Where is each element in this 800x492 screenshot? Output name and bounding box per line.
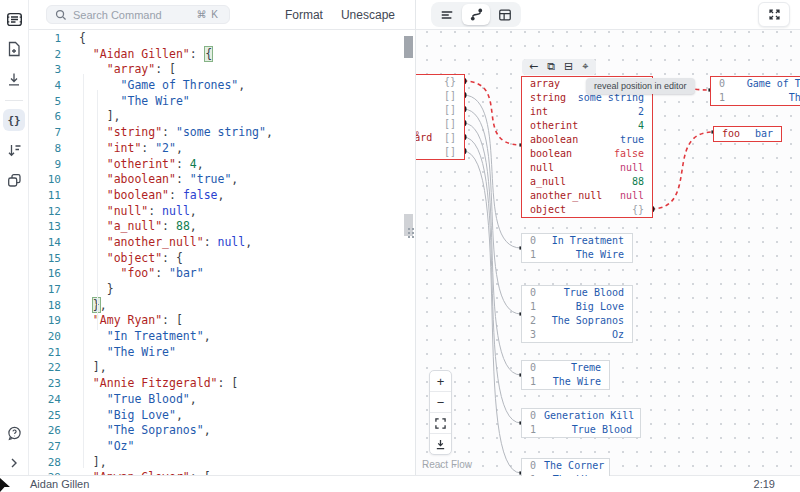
copy-icon[interactable]: ⧉ [547,59,555,75]
scrollbar-thumb[interactable] [404,36,413,58]
react-flow-attribution: React Flow [422,459,472,470]
code-line[interactable]: 26 "The Sopranos", [28,423,415,439]
code-line[interactable]: 1{ [28,31,415,47]
fullscreen-icon [768,8,781,21]
line-number: 5 [28,94,70,110]
code-line[interactable]: 5 "The Wire" [28,94,415,110]
graph-topbar [416,0,800,30]
table-view-button[interactable] [491,4,519,25]
code-line[interactable]: 18 }, [28,298,415,314]
code-line[interactable]: 20 "In Treatment", [28,329,415,345]
amy-ryan-array-node[interactable]: 0In Treatment1The Wire [521,233,633,263]
node-row: 0Generation Kill [522,409,640,423]
help-button[interactable] [3,422,25,444]
line-number: 11 [28,188,70,204]
code-line[interactable]: 11 "boolean": false, [28,188,415,204]
code-line[interactable]: 19 "Amy Ryan": [ [28,313,415,329]
node-row: 0Game of Thrones [711,77,800,91]
save-view-button[interactable] [430,434,451,454]
node-row: 2The Sopranos [522,314,632,328]
reveal-tooltip: reveal position in editor [586,78,695,94]
code-line[interactable]: 27 "Oz" [28,439,415,455]
code-line[interactable]: 10 "aboolean": "true", [28,172,415,188]
zoom-out-button[interactable]: − [430,392,451,413]
aidan-gillen-object-node[interactable]: array[]stringsome stringint2otherint4abo… [521,76,653,218]
code-line[interactable]: 14 "another_null": null, [28,235,415,251]
code-line[interactable]: 16 "foo": "bar" [28,266,415,282]
code-line[interactable]: 25 "Big Love", [28,408,415,424]
code-line[interactable]: 4 "Game of Thrones", [28,78,415,94]
line-number: 26 [28,423,70,439]
editor-scrollbar[interactable] [403,30,414,476]
node-row: a_null88 [522,175,652,189]
code-line[interactable]: 6 ], [28,109,415,125]
code-line[interactable]: 9 "otherint": 4, [28,157,415,173]
search-shortcut: ⌘ K [197,9,219,20]
line-number: 19 [28,313,70,329]
zoom-in-button[interactable]: + [430,371,451,392]
code-line[interactable]: 28 ], [28,455,415,471]
braces-icon: {} [7,114,20,127]
panel-splitter-handle[interactable] [407,227,415,239]
root-object-node[interactable]: Aidan Gillen{}Amy Ryan[]Annie Fitzgerald… [416,74,465,160]
collapse-node-icon[interactable]: ⊟ [564,59,573,75]
code-line[interactable]: 12 "null": null, [28,204,415,220]
annie-fitzgerald-array-node[interactable]: 0True Blood1Big Love2The Sopranos3Oz [521,285,633,343]
format-button[interactable]: Format [285,8,323,22]
code-line[interactable]: 21 "The Wire" [28,345,415,361]
code-line[interactable]: 8 "int": "2", [28,141,415,157]
node-row: 1Big Love [522,300,632,314]
node-row: Anwan Glover[] [416,117,464,131]
download-button[interactable] [3,68,25,90]
game-of-thrones-array-node[interactable]: 0Game of Thrones1The Wire [710,76,800,106]
json-path-breadcrumb: Aidan Gillen [30,478,89,490]
new-file-button[interactable] [3,38,25,60]
code-line[interactable]: 7 "string": "some string", [28,125,415,141]
alexander-skarsgard-array-node[interactable]: 0Generation Kill1True Blood [521,408,641,438]
line-number: 20 [28,329,70,345]
focus-node-icon[interactable]: ⌖ [582,59,588,75]
download-small-icon [435,439,446,450]
foo-bar-object-node[interactable]: foobar [713,126,782,142]
search-command-input[interactable]: Search Command ⌘ K [46,5,230,24]
collapse-sidebar-button[interactable] [3,452,25,474]
unescape-button[interactable]: Unescape [341,8,395,22]
fit-view-button[interactable] [430,413,451,434]
node-row: another_nullnull [522,189,652,203]
anwan-glover-array-node[interactable]: 0Treme1The Wire [521,360,610,390]
line-number: 23 [28,376,70,392]
search-icon [55,9,67,21]
status-bar: Aidan Gillen 2:19 [0,475,800,492]
app-logo-icon[interactable] [3,8,25,30]
alice-farmer-array-node[interactable]: 0The Corner1The Wire [521,458,610,476]
fullscreen-button[interactable] [758,2,790,27]
code-line[interactable]: 3 "array": [ [28,62,415,78]
tree-view-button[interactable] [433,4,461,25]
code-text: "array": [ [70,62,176,78]
graph-view-button[interactable] [462,4,490,25]
code-line[interactable]: 15 "object": { [28,251,415,267]
code-line[interactable]: 22 ], [28,360,415,376]
node-row: Alexander Skarsgård[] [416,131,464,145]
list-icon [440,8,454,22]
duplicate-button[interactable] [3,169,25,191]
code-text: "Big Love", [70,408,183,424]
code-text: "otherint": 4, [70,157,204,173]
editor-body[interactable]: 1{2 "Aidan Gillen": {3 "array": [4 "Game… [28,30,415,476]
code-line[interactable]: 17 } [28,282,415,298]
code-line[interactable]: 23 "Annie Fitzgerald": [ [28,376,415,392]
node-row: 1The Wire [522,248,632,262]
code-line[interactable]: 13 "a_null": 88, [28,219,415,235]
line-number: 4 [28,78,70,94]
sort-button[interactable] [3,139,25,161]
node-row: 3Oz [522,328,632,342]
back-icon[interactable]: ← [529,59,538,75]
line-number: 3 [28,62,70,78]
node-row: Annie Fitzgerald[] [416,103,464,117]
graph-canvas[interactable]: Aidan Gillen{}Amy Ryan[]Annie Fitzgerald… [416,30,800,476]
code-line[interactable]: 2 "Aidan Gillen": { [28,47,415,63]
json-editor-view-button[interactable]: {} [3,109,25,131]
code-line[interactable]: 24 "True Blood", [28,392,415,408]
node-row: 1The Wire [522,375,609,389]
editor-panel: Search Command ⌘ K Format Unescape 1{2 "… [28,0,415,476]
